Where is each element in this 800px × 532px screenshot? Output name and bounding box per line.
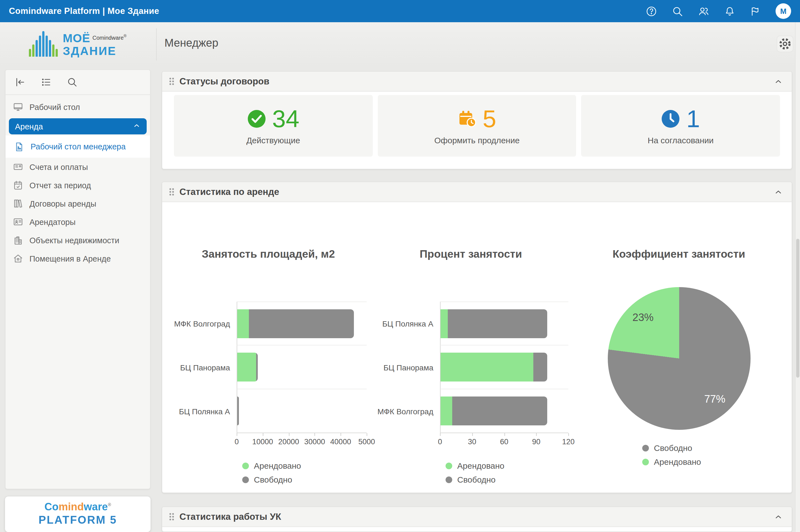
sidebar-item-tenants[interactable]: Арендаторы: [5, 213, 150, 231]
drag-handle-icon[interactable]: [169, 78, 174, 85]
x-axis: 0306090120: [440, 433, 568, 450]
sidebar-item-leased-premises[interactable]: Помещения в Аренде: [5, 249, 150, 268]
legend-dot: [242, 462, 249, 469]
bar-segment-leased: [441, 309, 448, 338]
sidebar-search-icon[interactable]: [67, 77, 78, 88]
legend-label: Свободно: [457, 475, 496, 484]
sidebar: Рабочий столАрендаРабочий стол менеджера…: [5, 70, 151, 489]
sidebar-item-label: Рабочий стол менеджера: [31, 142, 126, 151]
collapse-panel-icon[interactable]: [772, 186, 784, 198]
search-icon[interactable]: [671, 5, 683, 17]
document-image-icon: [14, 141, 24, 152]
chart-occupancy-percent: Процент занятостиБЦ Полянка АБЦ Панорама…: [373, 238, 568, 484]
collapse-panel-icon[interactable]: [772, 75, 784, 88]
pie-slice-label: 23%: [633, 311, 654, 324]
drag-handle-icon[interactable]: [169, 513, 174, 520]
books-icon: [13, 198, 23, 209]
flag-icon[interactable]: [749, 5, 762, 17]
home-icon: [13, 253, 23, 264]
sidebar-group-arenda[interactable]: Аренда: [9, 118, 147, 134]
page: МОЁ Comindware® ЗДАНИЕ Менеджер Рабочий …: [0, 22, 800, 532]
legend-item: Свободно: [642, 443, 762, 453]
bar-segment-free: [533, 353, 547, 381]
sidebar-item-invoices[interactable]: Счета и оплаты: [5, 158, 150, 176]
category-label: БЦ Панорама: [170, 345, 237, 389]
avatar[interactable]: M: [776, 3, 791, 19]
sidebar-item-period-report[interactable]: Отчет за период: [5, 176, 150, 194]
panel-uk-statistics: Статистика работы УК: [162, 507, 792, 532]
charts-area: Занятость площадей, м2МФК ВолгоградБЦ Па…: [162, 202, 792, 493]
sidebar-item-desktop[interactable]: Рабочий стол: [5, 98, 150, 116]
sidebar-item-label: Отчет за период: [30, 181, 91, 190]
status-label: На согласовании: [648, 135, 714, 145]
bar-segment-leased: [237, 353, 256, 381]
chart-legend: СвободноАрендовано: [642, 443, 762, 467]
legend-item: Арендовано: [446, 461, 568, 470]
chevron-up-icon: [133, 121, 141, 131]
chart-title: Занятость площадей, м2: [170, 248, 367, 261]
category-label: БЦ Панорама: [373, 345, 440, 389]
bar-segment-free: [452, 397, 547, 425]
chart-legend: АрендованоСвободно: [446, 461, 568, 484]
panel-header: Статусы договоров: [162, 72, 792, 92]
legend-label: Арендовано: [457, 461, 504, 470]
bar-segment-free: [249, 309, 354, 338]
x-tick-label: 60: [500, 438, 508, 446]
legend-label: Арендовано: [654, 457, 701, 467]
panel-header: Статистика по аренде: [162, 182, 792, 202]
sidebar-item-label: Аренда: [15, 122, 43, 131]
x-tick-label: 90: [532, 438, 540, 446]
list-view-icon[interactable]: [40, 77, 52, 88]
app-title: Comindware Platform | Мое Здание: [9, 6, 159, 16]
x-tick-label: 20000: [278, 438, 299, 446]
panel-title: Статистика по аренде: [180, 187, 767, 197]
collapse-panel-icon[interactable]: [772, 511, 784, 523]
comindware-platform-logo: Comindware® PLATFORM 5: [5, 496, 151, 532]
sidebar-item-lease-contracts[interactable]: Договоры аренды: [5, 194, 150, 213]
status-value: 34: [272, 107, 299, 131]
panel-title: Статусы договоров: [180, 76, 767, 87]
x-tick-label: 30: [468, 438, 476, 446]
top-bar: Comindware Platform | Мое Здание M: [0, 0, 800, 22]
notifications-bell-icon[interactable]: [723, 5, 736, 17]
sidebar-item-label: Арендаторы: [30, 217, 76, 226]
legend-item: Арендовано: [242, 461, 367, 470]
collapse-sidebar-icon[interactable]: [15, 77, 25, 88]
moe-zdanie-logo: МОЁ Comindware® ЗДАНИЕ: [29, 30, 126, 57]
legend-item: Свободно: [446, 475, 568, 484]
drag-handle-icon[interactable]: [169, 188, 174, 195]
panel-header: Статистика работы УК: [162, 507, 792, 527]
chart-title: Коэффициент занятости: [596, 248, 762, 261]
chart-legend: АрендованоСвободно: [242, 461, 367, 484]
help-icon[interactable]: [645, 5, 657, 17]
sidebar-item-real-estate[interactable]: Объекты недвижимости: [5, 231, 150, 249]
users-icon[interactable]: [697, 5, 709, 17]
status-card[interactable]: 1На согласовании: [581, 95, 780, 157]
legend-dot: [446, 476, 452, 483]
bar-row: БЦ Полянка А: [170, 389, 367, 433]
vertical-scrollbar[interactable]: [795, 22, 800, 532]
category-label: БЦ Полянка А: [373, 302, 440, 345]
category-label: БЦ Полянка А: [170, 389, 237, 433]
scrollbar-thumb[interactable]: [796, 239, 799, 378]
x-tick-label: 0: [235, 438, 239, 446]
sidebar-item-label: Договоры аренды: [30, 199, 96, 208]
bar-segment-leased: [441, 353, 533, 381]
chart-occupied-area: Занятость площадей, м2МФК ВолгоградБЦ Па…: [170, 238, 367, 484]
chart-title: Процент занятости: [373, 248, 568, 261]
bar-plot: МФК ВолгоградБЦ ПанорамаБЦ Полянка А: [170, 302, 367, 433]
footer-brand: Comindware®: [5, 501, 151, 513]
topbar-icons: M: [645, 3, 791, 19]
bar-segment-leased: [237, 309, 249, 338]
sidebar-item-manager-desktop[interactable]: Рабочий стол менеджера: [5, 135, 150, 158]
status-value: 1: [686, 107, 700, 131]
status-cards: 34Действующие5Оформить продление1На согл…: [174, 95, 780, 157]
main-content: Статусы договоров 34Действующие5Оформить…: [162, 22, 792, 532]
x-tick-label: 30000: [304, 438, 325, 446]
bar-plot: БЦ Полянка АБЦ ПанорамаМФК Волгоград: [373, 302, 568, 433]
logo-brand: Comindware®: [93, 34, 127, 41]
panel-contract-statuses: Статусы договоров 34Действующие5Оформить…: [162, 71, 792, 169]
status-card[interactable]: 34Действующие: [174, 95, 372, 157]
status-card[interactable]: 5Оформить продление: [377, 95, 576, 157]
desktop-icon: [13, 102, 23, 112]
